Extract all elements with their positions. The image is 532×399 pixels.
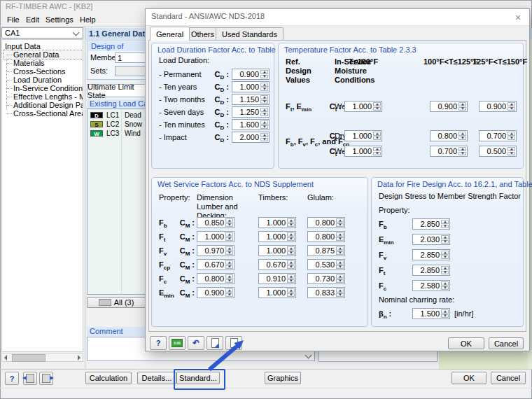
spin-buttons[interactable] <box>260 133 268 141</box>
tree-item-cross-sections[interactable]: Cross-Sections <box>4 67 83 76</box>
cm-fb-glulam-spinner[interactable]: 0.800 <box>307 217 345 228</box>
tree-item-general-data[interactable]: General Data <box>4 50 83 59</box>
previous-module-button[interactable] <box>23 372 37 385</box>
spin-buttons[interactable] <box>287 260 295 269</box>
spin-buttons[interactable] <box>225 274 233 283</box>
spin-buttons[interactable] <box>336 218 344 227</box>
cd-impact-spinner[interactable]: 2.000 <box>232 132 270 143</box>
close-button[interactable]: × <box>507 9 529 25</box>
details-button[interactable]: Details... <box>137 372 176 384</box>
cm-fv-glulam-spinner[interactable]: 0.875 <box>307 245 345 256</box>
spin-buttons[interactable] <box>225 246 233 255</box>
cd-ten-years-spinner[interactable]: 1.000 <box>232 81 270 92</box>
tree-root-input-data[interactable]: Input Data <box>2 42 83 50</box>
spin-buttons[interactable] <box>441 220 449 228</box>
cm-ft-timbers-spinner[interactable]: 1.000 <box>258 231 296 242</box>
spin-buttons[interactable] <box>458 102 466 111</box>
ct-row2-col3-spinner[interactable]: 0.700 <box>479 130 517 141</box>
spin-buttons[interactable] <box>373 102 381 111</box>
cm-fc-glulam-spinner[interactable]: 0.730 <box>307 273 345 284</box>
charring-rate-spinner[interactable]: 1.500 <box>412 308 450 319</box>
spin-buttons[interactable] <box>260 83 268 91</box>
cm-fb-dim-spinner[interactable]: 0.850 <box>197 217 234 228</box>
cm-emin-glulam-spinner[interactable]: 0.833 <box>307 287 345 298</box>
cm-fv-dim-spinner[interactable]: 0.970 <box>197 245 234 256</box>
fire-fc-spinner[interactable]: 2.580 <box>412 280 450 291</box>
cm-fb-timbers-spinner[interactable]: 1.000 <box>258 217 296 228</box>
spin-buttons[interactable] <box>225 288 233 297</box>
main-ok-button[interactable]: OK <box>451 372 486 384</box>
tree-item-effective-lengths[interactable]: Effective Lengths - Members <box>4 92 83 101</box>
spin-buttons[interactable] <box>441 235 449 244</box>
main-cancel-button[interactable]: Cancel <box>491 372 526 384</box>
cm-emin-timbers-spinner[interactable]: 1.000 <box>258 287 296 298</box>
spin-buttons[interactable] <box>507 132 515 140</box>
load-settings-button[interactable] <box>206 336 223 350</box>
scroll-left-icon[interactable] <box>4 355 7 360</box>
spin-buttons[interactable] <box>507 102 515 111</box>
spin-buttons[interactable] <box>441 266 449 274</box>
tree-item-cross-sectional-area-reduction[interactable]: Cross-Sectional Area Reduction <box>4 109 83 118</box>
fire-emin-spinner[interactable]: 2.030 <box>412 234 450 245</box>
cm-fcp-dim-spinner[interactable]: 0.670 <box>197 259 234 270</box>
all-load-cases-button[interactable]: All (3) <box>87 297 146 308</box>
spin-buttons[interactable] <box>441 251 449 259</box>
ct-row3-col3-spinner[interactable]: 0.500 <box>479 146 517 157</box>
fire-fb-spinner[interactable]: 2.850 <box>412 218 450 230</box>
cm-fc-dim-spinner[interactable]: 0.800 <box>197 273 234 284</box>
spin-buttons[interactable] <box>507 147 515 155</box>
units-settings-button[interactable]: 0.00 <box>169 336 186 350</box>
ct-row2-col2-spinner[interactable]: 0.800 <box>430 130 468 141</box>
spin-buttons[interactable] <box>225 260 233 269</box>
ct-row1-col1-spinner[interactable]: 1.000 <box>344 101 382 112</box>
spin-buttons[interactable] <box>287 246 295 255</box>
reset-defaults-button[interactable]: ↶ <box>188 336 204 350</box>
cd-ten-minutes-spinner[interactable]: 1.600 <box>232 119 270 130</box>
menu-edit[interactable]: Edit <box>23 14 42 25</box>
spin-buttons[interactable] <box>336 232 344 241</box>
tree-item-materials[interactable]: Materials <box>4 59 83 67</box>
ct-row1-col2-spinner[interactable]: 0.900 <box>430 101 468 112</box>
spin-buttons[interactable] <box>441 281 449 290</box>
cd-two-months-spinner[interactable]: 1.150 <box>232 94 270 105</box>
cm-fcp-glulam-spinner[interactable]: 0.530 <box>307 259 345 270</box>
spin-buttons[interactable] <box>336 274 344 283</box>
cd-seven-days-spinner[interactable]: 1.250 <box>232 106 270 118</box>
spin-buttons[interactable] <box>336 288 344 297</box>
spin-buttons[interactable] <box>260 120 268 129</box>
cm-ft-glulam-spinner[interactable]: 0.800 <box>307 231 345 242</box>
menu-settings[interactable]: Settings <box>43 14 76 25</box>
spin-buttons[interactable] <box>336 246 344 255</box>
spin-buttons[interactable] <box>287 288 295 297</box>
dialog-help-button[interactable]: ? <box>150 336 167 350</box>
spin-buttons[interactable] <box>336 260 344 269</box>
cm-emin-dim-spinner[interactable]: 0.900 <box>197 287 234 298</box>
tree-item-additional-design-parameters[interactable]: Additional Design Parameters <box>4 101 83 109</box>
calculation-button[interactable]: Calculation <box>85 372 132 384</box>
graphics-button[interactable]: Graphics <box>265 372 301 384</box>
cm-fcp-timbers-spinner[interactable]: 0.670 <box>258 259 296 270</box>
cm-fc-timbers-spinner[interactable]: 0.910 <box>258 273 296 284</box>
spin-buttons[interactable] <box>225 232 233 241</box>
tab-used-standards[interactable]: Used Standards <box>216 27 284 40</box>
spin-buttons[interactable] <box>441 309 449 318</box>
next-module-button[interactable] <box>39 372 53 385</box>
menu-help[interactable]: Help <box>77 14 99 25</box>
spin-buttons[interactable] <box>225 218 233 227</box>
menu-file[interactable]: File <box>4 14 22 25</box>
spin-buttons[interactable] <box>458 132 466 140</box>
spin-buttons[interactable] <box>287 274 295 283</box>
tree-item-load-duration[interactable]: Load Duration <box>4 76 83 84</box>
spin-buttons[interactable] <box>287 232 295 241</box>
fire-fv-spinner[interactable]: 2.850 <box>412 249 450 260</box>
cm-ft-dim-spinner[interactable]: 1.000 <box>197 231 234 242</box>
h-scrollbar[interactable] <box>1 353 83 362</box>
tab-ultimate-limit-state[interactable]: Ultimate Limit State <box>87 84 146 97</box>
ct-row2-col1-spinner[interactable]: 1.000 <box>344 130 382 141</box>
scroll-thumb[interactable] <box>12 354 46 362</box>
case-selector[interactable]: CA1 <box>1 27 83 38</box>
save-settings-button[interactable] <box>225 336 242 350</box>
dialog-ok-button[interactable]: OK <box>448 337 484 349</box>
spin-buttons[interactable] <box>260 108 268 116</box>
spin-buttons[interactable] <box>260 95 268 104</box>
